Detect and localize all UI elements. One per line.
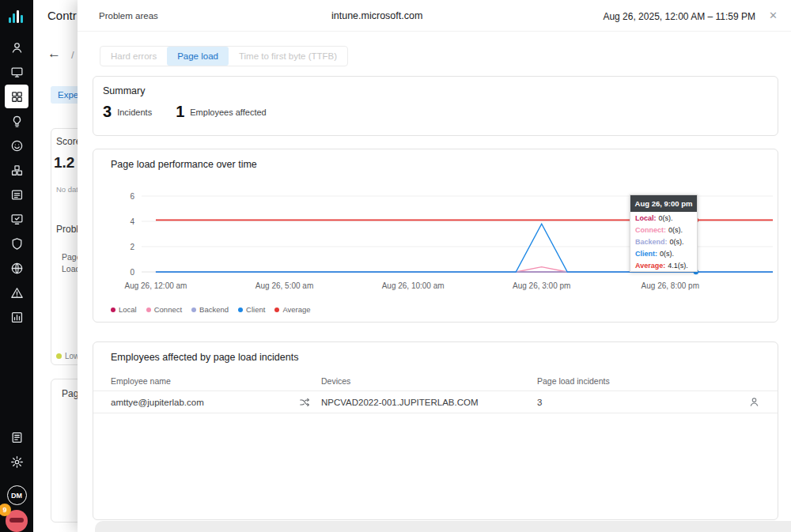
y-axis-tick-label: 2 — [115, 243, 134, 251]
y-axis-tick-label: 4 — [115, 217, 134, 226]
sidebar-item-alerts-icon[interactable] — [5, 281, 28, 304]
sidebar-item-analytics-icon[interactable] — [5, 305, 28, 329]
sidebar-item-apps-icon[interactable] — [5, 158, 28, 182]
sidebar-footer — [5, 425, 28, 481]
tooltip-row-backend: Backend:0(s). — [630, 236, 697, 247]
sidebar-nav — [5, 36, 28, 330]
summary-stats: 3 Incidents 1 Employees affected — [103, 103, 267, 121]
tooltip-series-value: 0(s). — [660, 250, 674, 258]
shuffle-icon[interactable] — [299, 397, 310, 408]
device-name: NPCVAD2022-001.JUPITERLAB.COM — [321, 398, 537, 407]
incidents-value: 3 — [103, 103, 112, 121]
tab-hard-errors[interactable]: Hard errors — [100, 47, 167, 66]
sidebar-item-security-icon[interactable] — [5, 232, 28, 255]
notification-badge: 9 — [0, 504, 11, 516]
sidebar-item-reports-icon[interactable] — [5, 183, 28, 206]
tab-page-load[interactable]: Page load — [167, 47, 229, 66]
low-dot-icon — [56, 353, 62, 359]
x-axis-tick-label: Aug 26, 8:00 pm — [642, 281, 699, 290]
employees-table-card: Employees affected by page load incident… — [93, 341, 778, 520]
legend-dot-icon — [238, 308, 243, 312]
tooltip-series-label: Client: — [635, 250, 657, 258]
legend-label: Client — [246, 305, 265, 314]
tab-time-to-first-byte-ttfb[interactable]: Time to first byte (TTFB) — [229, 47, 347, 66]
panel-title: Problem areas — [99, 11, 158, 21]
tooltip-series-value: 0(s). — [659, 214, 673, 222]
sidebar-item-experience-icon[interactable] — [5, 134, 28, 157]
legend-entry-average[interactable]: Average — [274, 305, 310, 314]
chart-title: Page load performance over time — [111, 159, 257, 170]
tooltip-series-label: Backend: — [635, 238, 668, 246]
panel-bottom-scroll-track[interactable] — [95, 521, 791, 532]
column-header-devices: Devices — [321, 376, 537, 386]
legend-label: Average — [282, 305, 310, 314]
tooltip-rows: Local:0(s).Connect:0(s).Backend:0(s).Cli… — [630, 212, 697, 271]
chart-card: Page load performance over time 0246 Aug… — [93, 149, 778, 323]
tooltip-series-value: 4.1(s). — [668, 262, 688, 270]
legend-dot-icon — [146, 308, 151, 312]
legend-label: Local — [119, 305, 137, 314]
legend-dot-icon — [274, 308, 279, 312]
tooltip-series-label: Connect: — [635, 226, 666, 234]
table-header-row: Employee nameDevicesPage load incidents — [93, 371, 778, 391]
chart-tooltip: Aug 26, 9:00 pm Local:0(s).Connect:0(s).… — [630, 194, 698, 272]
tooltip-row-average: Average:4.1(s). — [630, 259, 697, 271]
legend-dot-icon — [111, 308, 115, 312]
sidebar-item-users-icon[interactable] — [5, 36, 28, 59]
tooltip-row-client: Client:0(s). — [630, 247, 697, 259]
legend-label: Connect — [154, 305, 182, 314]
employee-name: amttye@jupiterlab.com — [111, 398, 204, 407]
chart-legend: LocalConnectBackendClientAverage — [111, 305, 311, 314]
x-axis-tick-label: Aug 26, 5:00 am — [255, 281, 313, 290]
employee-profile-icon[interactable] — [748, 396, 760, 408]
tooltip-row-connect: Connect:0(s). — [630, 224, 697, 236]
back-arrow-icon[interactable]: ← — [47, 46, 61, 62]
sidebar-item-web-apps-icon[interactable] — [5, 256, 28, 280]
date-range: Aug 26, 2025, 12:00 AM – 11:59 PM — [603, 11, 755, 22]
tooltip-series-value: 0(s). — [670, 238, 684, 246]
problem-area-tabs: Hard errorsPage loadTime to first byte (… — [100, 46, 348, 66]
panel-subject: intune.microsoft.com — [331, 10, 422, 21]
breadcrumb-separator: / — [71, 49, 74, 61]
sidebar-item-dashboard-icon[interactable] — [5, 85, 28, 108]
chart-plot-area[interactable]: Aug 26, 12:00 amAug 26, 5:00 amAug 26, 1… — [142, 191, 773, 279]
legend-entry-connect[interactable]: Connect — [146, 305, 182, 314]
y-axis-tick-label: 6 — [115, 192, 134, 201]
table-row[interactable]: amttye@jupiterlab.comNPCVAD2022-001.JUPI… — [93, 391, 778, 413]
legend-dot-icon — [191, 308, 196, 312]
page-title: Contr — [47, 9, 77, 22]
legend-low: Low — [56, 352, 79, 360]
tooltip-series-value: 0(s). — [668, 226, 683, 234]
x-axis-tick-label: Aug 26, 12:00 am — [124, 281, 187, 290]
legend-entry-client[interactable]: Client — [238, 305, 265, 314]
table-title: Employees affected by page load incident… — [111, 352, 298, 363]
tooltip-series-label: Average: — [635, 262, 665, 270]
employees-label: Employees affected — [190, 108, 266, 117]
controlup-logo[interactable] — [7, 7, 26, 26]
problem-areas-panel: Problem areas intune.microsoft.com Aug 2… — [78, 0, 791, 532]
sidebar-item-documentation-icon[interactable] — [5, 425, 28, 449]
sidebar-item-insights-icon[interactable] — [5, 109, 28, 133]
chart-wrap: 0246 Aug 26, 12:00 amAug 26, 5:00 amAug … — [93, 191, 778, 279]
legend-entry-backend[interactable]: Backend — [191, 305, 229, 314]
summary-title: Summary — [103, 85, 145, 96]
account-avatar[interactable]: 9 — [6, 510, 28, 532]
user-avatar[interactable]: DM — [7, 485, 27, 505]
incidents-label: Incidents — [117, 108, 152, 117]
tooltip-series-label: Local: — [635, 214, 657, 222]
sidebar-item-monitor-check-icon[interactable] — [5, 207, 28, 231]
tooltip-row-local: Local:0(s). — [630, 212, 697, 224]
legend-label: Backend — [199, 305, 229, 314]
sidebar-item-devices-icon[interactable] — [5, 60, 28, 84]
app-sidebar: DM 9 — [0, 0, 33, 532]
score-value: 1.2 — [54, 154, 74, 172]
close-icon[interactable]: ✕ — [769, 9, 778, 21]
legend-entry-local[interactable]: Local — [111, 305, 137, 314]
y-axis-tick-label: 0 — [115, 268, 134, 277]
column-header-employee-name: Employee name — [111, 376, 321, 386]
panel-header: Problem areas intune.microsoft.com Aug 2… — [78, 0, 791, 32]
summary-card: Summary 3 Incidents 1 Employees affected — [93, 76, 778, 136]
incident-count: 3 — [537, 398, 729, 407]
employees-value: 1 — [176, 103, 184, 121]
sidebar-item-settings-icon[interactable] — [5, 450, 28, 474]
